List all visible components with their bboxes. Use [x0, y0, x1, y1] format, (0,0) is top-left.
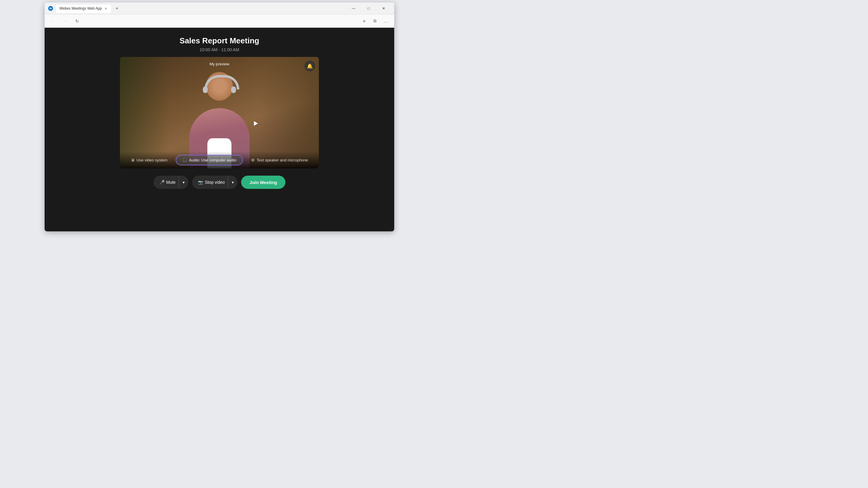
- video-bottom-bar: 🖥 Use video system 🎧 Audio: Use computer…: [120, 152, 319, 168]
- person-head: [206, 72, 233, 101]
- close-button[interactable]: ✕: [377, 4, 391, 13]
- forward-button[interactable]: →: [60, 16, 70, 26]
- stop-video-button-group: 📷 Stop video ▾: [192, 175, 238, 189]
- refresh-button[interactable]: ↻: [72, 16, 82, 26]
- preview-label: My preview: [210, 62, 229, 66]
- video-preview-container: My preview 🔔 🖥 Use video system 🎧 Audio:…: [120, 57, 319, 168]
- video-dropdown-button[interactable]: ▾: [228, 175, 238, 189]
- mute-label: Mute: [166, 180, 176, 185]
- mute-chevron-icon: ▾: [183, 180, 185, 185]
- meeting-title: Sales Report Meeting: [180, 36, 259, 45]
- headphones: [203, 75, 236, 93]
- audio-button-label: Audio: Use computer audio: [189, 158, 236, 162]
- browser-window: W Webex Meetings Web App ✕ + — □ ✕ ← → ↻…: [44, 2, 394, 231]
- nav-action-buttons: ≡ ⧉ …: [359, 16, 391, 26]
- mute-dropdown-button[interactable]: ▾: [179, 175, 188, 189]
- title-bar: W Webex Meetings Web App ✕ + — □ ✕: [44, 2, 394, 14]
- camera-icon: 📷: [198, 180, 203, 185]
- join-meeting-button[interactable]: Join Meeting: [241, 175, 286, 189]
- bottom-controls: 🎤 Mute ▾ 📷 Stop video ▾ Join Meeting: [153, 168, 286, 196]
- more-options-button[interactable]: …: [381, 16, 391, 26]
- meeting-time: 10:00 AM - 11:00 AM: [180, 47, 259, 52]
- webex-app-content: Sales Report Meeting 10:00 AM - 11:00 AM: [44, 28, 394, 231]
- tab-title: Webex Meetings Web App: [59, 6, 102, 10]
- use-video-system-button[interactable]: 🖥 Use video system: [128, 157, 170, 164]
- test-speaker-button[interactable]: ⚙ Test speaker and microphone: [249, 157, 310, 164]
- tab-area: Webex Meetings Web App ✕ +: [56, 4, 344, 13]
- use-video-system-label: Use video system: [136, 158, 167, 162]
- speaker-icon: ⚙: [251, 158, 255, 162]
- sidebar-toggle-button[interactable]: ≡: [359, 16, 369, 26]
- browser-favicon: W: [48, 6, 53, 11]
- tab-close-button[interactable]: ✕: [104, 6, 108, 10]
- mute-button-group: 🎤 Mute ▾: [153, 175, 188, 189]
- nav-bar: ← → ↻ ≡ ⧉ …: [44, 14, 394, 28]
- back-button[interactable]: ←: [48, 16, 58, 26]
- video-system-icon: 🖥: [131, 158, 135, 162]
- stop-video-label: Stop video: [205, 180, 225, 185]
- mic-icon: 🎤: [159, 180, 164, 185]
- maximize-button[interactable]: □: [362, 4, 375, 13]
- test-speaker-label: Test speaker and microphone: [256, 158, 308, 162]
- audio-icon: 🎧: [182, 158, 187, 162]
- minimize-button[interactable]: —: [347, 4, 361, 13]
- window-controls: — □ ✕: [347, 4, 391, 13]
- mic-indicator[interactable]: 🔔: [304, 61, 315, 71]
- mouse-cursor: [253, 121, 258, 127]
- active-tab[interactable]: Webex Meetings Web App ✕: [56, 4, 112, 13]
- stop-video-button[interactable]: 📷 Stop video: [192, 175, 228, 189]
- meeting-header: Sales Report Meeting 10:00 AM - 11:00 AM: [180, 28, 259, 57]
- cursor-arrow-icon: [252, 120, 258, 126]
- video-chevron-icon: ▾: [232, 180, 234, 185]
- split-view-button[interactable]: ⧉: [370, 16, 380, 26]
- new-tab-button[interactable]: +: [113, 4, 121, 12]
- mute-button[interactable]: 🎤 Mute: [153, 175, 179, 189]
- audio-computer-button[interactable]: 🎧 Audio: Use computer audio: [176, 155, 243, 165]
